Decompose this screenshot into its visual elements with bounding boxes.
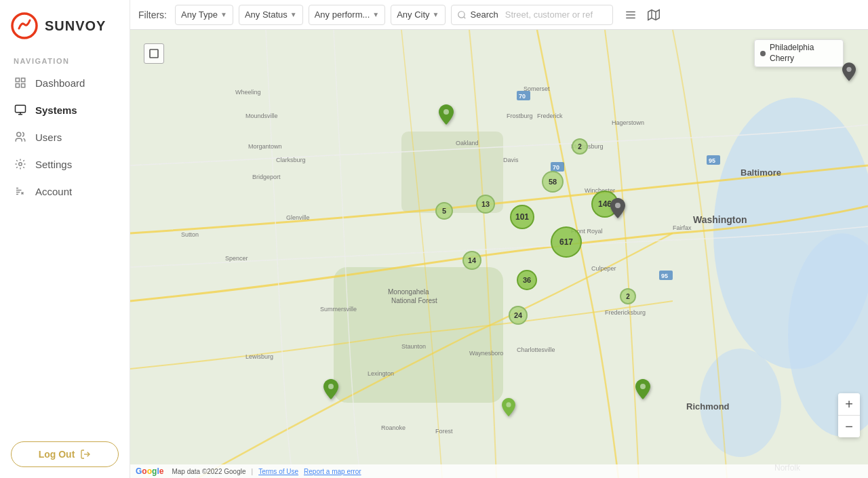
pin-green-5[interactable] [502, 398, 515, 419]
svg-text:Charlottesville: Charlottesville [517, 346, 555, 353]
sidebar-item-account[interactable]: Account [0, 178, 130, 205]
map-attribution: Google Map data ©2022 Google | Terms of … [130, 464, 868, 478]
search-label: Search [471, 9, 498, 20]
cluster-617[interactable]: 617 [551, 226, 582, 258]
cluster-2-right[interactable]: 2 [620, 288, 636, 304]
svg-text:Fairfax: Fairfax [673, 224, 692, 231]
sidebar-item-users[interactable]: Users [0, 123, 130, 151]
logout-label: Log Out [39, 449, 75, 460]
svg-point-74 [640, 384, 646, 389]
list-view-button[interactable] [621, 5, 640, 24]
cluster-24[interactable]: 24 [509, 306, 528, 325]
sidebar: SUNVOY NAVIGATION Dashboard Systems [0, 0, 130, 478]
cluster-13[interactable]: 13 [476, 195, 495, 214]
svg-text:Hagerstown: Hagerstown [612, 119, 644, 126]
svg-text:95: 95 [709, 157, 715, 164]
philly-dot [760, 51, 766, 56]
search-icon [457, 10, 467, 20]
cluster-5[interactable]: 5 [435, 202, 453, 220]
users-icon [14, 130, 27, 144]
svg-rect-1 [16, 78, 19, 81]
svg-rect-5 [16, 105, 26, 113]
pin-green-1[interactable] [439, 104, 454, 127]
svg-text:Lewisburg: Lewisburg [245, 353, 273, 360]
svg-text:Richmond: Richmond [686, 401, 730, 412]
sidebar-item-settings[interactable]: Settings [0, 151, 130, 178]
pin-green-3[interactable] [635, 379, 650, 402]
svg-point-15 [458, 11, 464, 17]
pin-philadelphia[interactable] [842, 62, 856, 84]
logout-button[interactable]: Log Out [11, 441, 119, 467]
svg-text:Moundsville: Moundsville [245, 113, 278, 119]
select-icon [149, 48, 159, 59]
svg-text:Summersville: Summersville [320, 306, 357, 313]
pin-selected[interactable] [610, 198, 625, 221]
status-filter[interactable]: Any Status ▼ [239, 5, 303, 25]
dashboard-icon [14, 76, 27, 89]
svg-text:Spencer: Spencer [225, 255, 248, 262]
map-icon [648, 9, 660, 21]
svg-text:Roanoke: Roanoke [381, 424, 406, 431]
svg-text:Oakland: Oakland [456, 140, 479, 146]
svg-text:95: 95 [661, 273, 668, 279]
svg-text:Frederick: Frederick [537, 113, 563, 119]
city-filter-chevron: ▼ [433, 11, 439, 18]
svg-rect-71 [150, 49, 158, 58]
map-view-button[interactable] [644, 5, 663, 24]
search-box[interactable]: Search [451, 5, 613, 25]
logo-area: SUNVOY [0, 0, 117, 52]
cluster-36[interactable]: 36 [517, 270, 537, 290]
svg-point-75 [615, 203, 620, 208]
philly-label-text: Philadelphia Cherry [770, 43, 837, 64]
main-content: Filters: Any Type ▼ Any Status ▼ Any per… [130, 0, 868, 478]
cluster-14[interactable]: 14 [462, 251, 481, 270]
svg-text:Glenville: Glenville [286, 214, 310, 221]
pin-icon-selected [610, 198, 625, 218]
zoom-in-button[interactable]: + [838, 393, 860, 415]
pin-icon-1 [439, 104, 454, 125]
sidebar-item-dashboard[interactable]: Dashboard [0, 69, 130, 96]
filter-bar: Filters: Any Type ▼ Any Status ▼ Any per… [130, 0, 868, 30]
status-filter-chevron: ▼ [290, 11, 297, 18]
settings-icon [14, 157, 27, 171]
sidebar-item-systems[interactable]: Systems [0, 96, 130, 123]
svg-point-73 [328, 384, 334, 389]
svg-text:Lexington: Lexington [368, 370, 394, 377]
account-icon [14, 184, 27, 198]
terms-link[interactable]: Terms of Use [258, 468, 298, 475]
pin-green-2[interactable] [323, 379, 338, 402]
city-filter[interactable]: Any City ▼ [391, 5, 445, 25]
svg-text:Clarksburg: Clarksburg [276, 157, 306, 163]
svg-text:Wheeling: Wheeling [235, 89, 261, 96]
svg-point-9 [19, 163, 22, 166]
map-background: Baltimore Washington Richmond Norfolk Mo… [130, 30, 868, 478]
svg-text:Staunton: Staunton [401, 343, 426, 350]
pin-icon-5 [502, 398, 515, 416]
attribution-text: Map data ©2022 Google [172, 468, 245, 475]
svg-text:Davis: Davis [503, 157, 519, 163]
svg-text:National Forest: National Forest [391, 297, 437, 304]
svg-text:Monongahela: Monongahela [388, 288, 429, 296]
settings-label: Settings [35, 159, 72, 170]
svg-point-77 [846, 67, 851, 72]
pin-icon-2 [323, 379, 338, 399]
svg-point-76 [506, 402, 511, 407]
type-filter[interactable]: Any Type ▼ [175, 5, 233, 25]
app-name: SUNVOY [45, 18, 106, 34]
zoom-out-button[interactable]: − [838, 416, 860, 437]
cluster-101[interactable]: 101 [510, 205, 534, 229]
report-link[interactable]: Report a map error [304, 468, 361, 475]
svg-text:70: 70 [519, 93, 526, 100]
filter-icons [621, 5, 663, 24]
cluster-58[interactable]: 58 [542, 171, 564, 193]
search-input[interactable] [505, 9, 607, 20]
pin-icon-philly [842, 62, 856, 81]
cluster-2-top[interactable]: 2 [572, 138, 588, 155]
users-label: Users [35, 132, 62, 143]
map-select-tool[interactable] [144, 43, 164, 64]
svg-rect-3 [22, 84, 25, 87]
map-container[interactable]: Baltimore Washington Richmond Norfolk Mo… [130, 30, 868, 478]
performer-filter[interactable]: Any perform... ▼ [309, 5, 386, 25]
status-filter-label: Any Status [245, 9, 288, 20]
systems-icon [14, 103, 27, 117]
